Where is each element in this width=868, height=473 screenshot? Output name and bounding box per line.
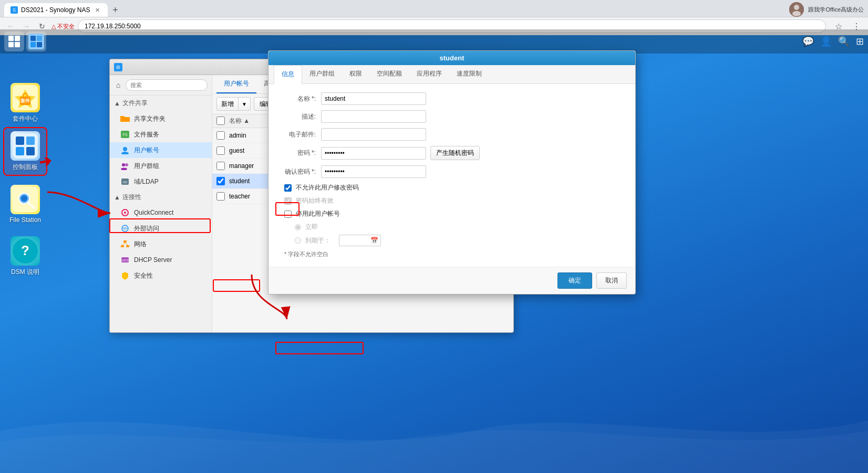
dialog-tab-permissions[interactable]: 权限: [342, 65, 369, 83]
sidebar-item-user-account[interactable]: 用户帐号: [110, 142, 212, 158]
svg-text:FS: FS: [123, 133, 128, 136]
svg-point-32: [125, 163, 128, 166]
dialog-tab-speed-limit[interactable]: 速度限制: [449, 65, 489, 83]
svg-point-29: [123, 147, 127, 151]
radio-immediate[interactable]: [295, 224, 301, 230]
form-row-email: 电子邮件:: [279, 128, 625, 141]
sidebar-item-external-access[interactable]: 外部访问: [110, 220, 212, 236]
taskbar-chat-btn[interactable]: 💬: [802, 36, 814, 47]
domain-ldap-icon: AD: [120, 177, 130, 186]
taskbar-user-btn[interactable]: 👤: [820, 36, 832, 47]
taskbar-apps-btn[interactable]: ⊞: [856, 36, 864, 47]
sidebar-section-connectivity-header[interactable]: ▲ 连接性: [110, 190, 212, 205]
sidebar-domain-ldap-label: 域/LDAP: [134, 177, 159, 186]
confirm-password-input[interactable]: [321, 165, 426, 178]
admin-checkbox[interactable]: [216, 131, 225, 140]
sidebar-item-domain-ldap[interactable]: AD 域/LDAP: [110, 174, 212, 190]
sidebar-item-file-service[interactable]: FS 文件服务: [110, 127, 212, 142]
sidebar-item-shared-folder[interactable]: 共享文件夹: [110, 111, 212, 127]
svg-rect-10: [30, 42, 36, 47]
select-all-checkbox[interactable]: [216, 117, 225, 125]
sidebar-home-btn[interactable]: ⌂: [114, 78, 122, 92]
sidebar-item-security[interactable]: 安全性: [110, 268, 212, 283]
desktop-icon-control-panel[interactable]: 控制面板: [4, 128, 46, 175]
svg-rect-20: [26, 147, 35, 155]
tab-close-btn[interactable]: ✕: [93, 6, 101, 14]
name-input[interactable]: [321, 92, 426, 105]
desc-input[interactable]: [321, 110, 426, 123]
sidebar: ⌂ ▲ 文件共享 共享文件夹: [110, 75, 212, 332]
checkbox-row-disable-account: 停用此用户帐号: [279, 209, 625, 218]
dialog-ok-btn[interactable]: 确定: [557, 272, 592, 289]
guest-checkbox[interactable]: [216, 146, 225, 155]
taskbar-search-btn[interactable]: 🔍: [838, 36, 850, 47]
dialog-tab-info[interactable]: 信息: [274, 65, 302, 84]
password-input[interactable]: [321, 147, 426, 160]
browser-tab-active[interactable]: S DS2021 - Synology NAS ✕: [4, 3, 108, 17]
taskbar-controlpanel-btn[interactable]: [26, 31, 46, 51]
svg-rect-40: [121, 245, 124, 247]
sidebar-dhcp-server-label: DHCP Server: [134, 256, 172, 264]
svg-point-31: [122, 163, 125, 166]
red-box-no-change-password: [275, 342, 364, 354]
sidebar-file-service-label: 文件服务: [134, 130, 159, 139]
svg-rect-41: [126, 245, 129, 247]
desktop-icon-file-station[interactable]: File Station: [4, 182, 46, 227]
new-tab-btn[interactable]: +: [108, 3, 122, 17]
email-label: 电子邮件:: [279, 130, 321, 139]
user-name: 跟我学Office高级办公: [808, 6, 864, 14]
svg-line-42: [122, 243, 125, 245]
form-row-password: 密码 *: 产生随机密码: [279, 146, 625, 160]
sidebar-item-dhcp-server[interactable]: DHCP DHCP Server: [110, 252, 212, 268]
network-icon: [120, 239, 130, 249]
svg-line-43: [125, 243, 128, 245]
password-never-expire-label: 密码始终有效: [296, 196, 334, 205]
desktop-icon-dsm-help[interactable]: ? DSM 说明: [4, 233, 46, 280]
form-note: * 字段不允许空白: [279, 250, 625, 258]
dialog-tab-quota[interactable]: 空间配额: [369, 65, 409, 83]
sidebar-user-group-label: 用户群组: [134, 162, 159, 171]
tab-user-account[interactable]: 用户帐号: [216, 75, 256, 93]
student-checkbox[interactable]: [216, 177, 225, 185]
radio-row-immediate: 立即: [279, 223, 625, 232]
svg-point-37: [124, 212, 126, 214]
control-panel-icon: [11, 131, 40, 161]
no-change-password-checkbox[interactable]: [284, 184, 292, 192]
email-input[interactable]: [321, 128, 426, 141]
manager-checkbox[interactable]: [216, 162, 225, 170]
user-account-icon: [120, 145, 130, 155]
sidebar-search[interactable]: [126, 79, 208, 91]
svg-rect-8: [30, 36, 36, 41]
new-btn-arrow[interactable]: ▼: [239, 97, 251, 111]
svg-rect-5: [8, 42, 14, 47]
new-btn[interactable]: 新增: [216, 97, 239, 111]
taskbar-grid-btn[interactable]: [4, 31, 24, 51]
disable-account-label: 停用此用户帐号: [296, 209, 340, 218]
sidebar-item-quickconnect[interactable]: QuickConnect: [110, 205, 212, 220]
sidebar-section-file-sharing-header[interactable]: ▲ 文件共享: [110, 96, 212, 111]
chevron-down-icon: ▲: [114, 100, 120, 107]
random-password-btn[interactable]: 产生随机密码: [430, 146, 480, 160]
dialog-body: 名称 *: 描述: 电子邮件: 密码 *: 产生随机密码 确认密码 *:: [268, 84, 635, 267]
svg-text:DHCP: DHCP: [121, 259, 129, 262]
password-never-expire-checkbox[interactable]: [284, 197, 292, 205]
teacher-checkbox[interactable]: [216, 192, 225, 201]
sidebar-section-connectivity: ▲ 连接性 QuickConnect 外部访问: [110, 190, 212, 283]
svg-rect-9: [37, 36, 42, 41]
radio-until[interactable]: [295, 237, 301, 244]
sidebar-item-user-group[interactable]: 用户群组: [110, 158, 212, 174]
dialog-tab-user-group[interactable]: 用户群组: [302, 65, 342, 83]
tab-title: DS2021 - Synology NAS: [21, 6, 90, 14]
dialog-cancel-btn[interactable]: 取消: [596, 272, 627, 289]
dialog-tab-app[interactable]: 应用程序: [409, 65, 449, 83]
disable-account-checkbox[interactable]: [284, 211, 292, 218]
suite-center-label: 套件中心: [13, 114, 38, 123]
desktop-icon-suite-center[interactable]: 套件 套件中心: [4, 80, 46, 127]
security-icon: [120, 271, 130, 280]
svg-text:套件: 套件: [20, 98, 30, 103]
sidebar-item-network[interactable]: 网络: [110, 236, 212, 252]
svg-point-2: [792, 11, 801, 16]
chevron-down-icon-2: ▲: [114, 194, 120, 201]
control-panel-label: 控制面板: [13, 163, 38, 172]
svg-point-24: [21, 195, 27, 202]
